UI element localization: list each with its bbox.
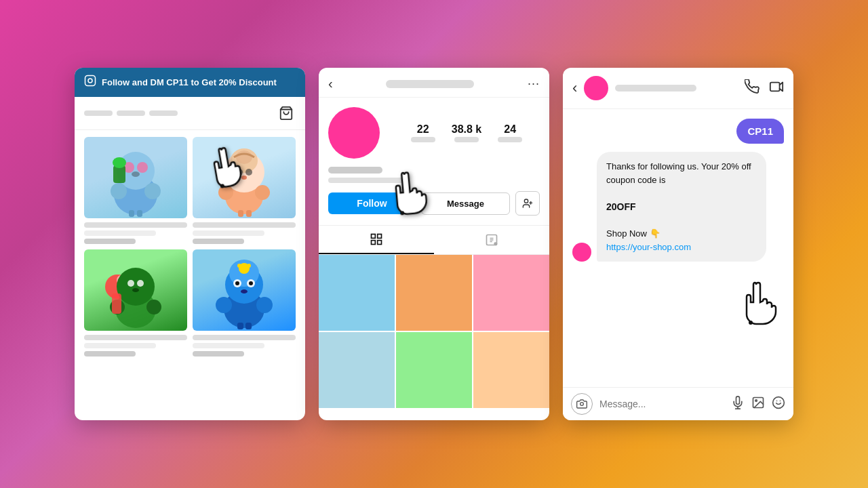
item-price-2: [193, 239, 244, 244]
item-price-3: [84, 351, 136, 357]
following-stat: 24: [498, 123, 522, 142]
svg-point-42: [235, 281, 239, 285]
svg-rect-57: [378, 235, 382, 239]
svg-rect-59: [378, 241, 382, 245]
profile-bio: [328, 178, 410, 183]
chat-messages: CP11 Thanks for following us. Your 20% o…: [563, 109, 793, 420]
posts-count: 22: [417, 123, 429, 136]
profile-top: 22 38.8 k 24: [328, 107, 540, 159]
received-message-text: Thanks for following us. Your 20% off co…: [606, 161, 751, 185]
profile-header: ‹ ···: [319, 68, 549, 98]
item-label-short-2: [193, 230, 264, 236]
shop-now-text: Shop Now 👇: [606, 228, 660, 239]
message-input[interactable]: [599, 399, 724, 409]
svg-point-20: [236, 169, 243, 176]
profile-stats: 22 38.8 k 24: [393, 123, 540, 142]
sent-message-bubble: CP11: [736, 119, 784, 144]
item-label-3: [84, 335, 187, 340]
svg-point-31: [127, 280, 134, 287]
cart-icon[interactable]: [277, 104, 296, 123]
story-bubble: [84, 110, 113, 116]
post-grid: [319, 255, 549, 408]
svg-rect-58: [372, 241, 376, 245]
tagged-tab[interactable]: [434, 226, 549, 254]
banner-text: Follow and DM CP11 to Get 20% Discount: [102, 77, 277, 87]
svg-point-69: [773, 397, 785, 409]
add-friend-button[interactable]: [515, 191, 540, 216]
item-label-1: [84, 222, 187, 228]
svg-point-1: [88, 79, 92, 83]
message-button[interactable]: Message: [421, 192, 510, 215]
grid-tab[interactable]: [319, 226, 434, 254]
svg-point-23: [218, 185, 233, 200]
stories-row: [84, 110, 178, 116]
svg-point-8: [137, 162, 148, 173]
profile-tabs: [319, 225, 549, 255]
received-message-row: Thanks for following us. Your 20% off co…: [572, 152, 784, 262]
image-icon[interactable]: [751, 396, 765, 412]
chat-header: ‹: [563, 68, 793, 109]
post-cell-1: [319, 255, 395, 331]
item-price-1: [84, 239, 136, 244]
svg-point-43: [249, 281, 253, 285]
svg-point-64: [580, 403, 584, 406]
svg-rect-62: [770, 83, 780, 92]
back-arrow-icon[interactable]: ‹: [328, 76, 333, 92]
follow-button[interactable]: Follow: [328, 192, 416, 214]
followers-stat: 38.8 k: [452, 123, 481, 142]
received-message-bubble: Thanks for following us. Your 20% off co…: [597, 152, 766, 262]
grid-item-2: [193, 137, 296, 244]
message-label: Message: [447, 199, 484, 209]
story-bubble: [117, 110, 145, 116]
svg-point-63: [749, 321, 753, 325]
svg-point-24: [255, 185, 270, 200]
svg-point-10: [111, 183, 127, 199]
chat-contact-name: [615, 85, 696, 92]
emoji-icon[interactable]: [772, 396, 785, 412]
post-cell-5: [396, 332, 472, 408]
cursor-hand-3-container: [572, 277, 784, 327]
phone-call-icon[interactable]: [745, 79, 760, 97]
posts-label: [411, 137, 435, 142]
svg-point-50: [237, 264, 241, 268]
svg-point-9: [132, 171, 140, 177]
svg-rect-0: [85, 76, 96, 86]
chat-back-icon[interactable]: ‹: [572, 79, 577, 97]
svg-point-45: [216, 297, 232, 313]
post-cell-6: [473, 332, 549, 408]
svg-point-21: [245, 169, 252, 176]
coupon-code: 20OFF: [606, 201, 636, 212]
post-cell-2: [396, 255, 472, 331]
item-label-short-4: [193, 343, 264, 348]
svg-point-22: [241, 176, 247, 180]
shop-link[interactable]: https://your-shop.com: [606, 242, 691, 252]
received-avatar: [572, 243, 591, 262]
phone-feed: Follow and DM CP11 to Get 20% Discount: [75, 68, 305, 420]
camera-button[interactable]: [571, 393, 593, 415]
profile-section: 22 38.8 k 24 Follow Message: [319, 98, 549, 225]
video-call-icon[interactable]: [769, 79, 784, 97]
follow-row: Follow Message: [328, 191, 540, 216]
svg-rect-47: [237, 323, 243, 329]
sent-message-text: CP11: [747, 125, 773, 137]
svg-rect-48: [245, 323, 252, 329]
svg-point-44: [241, 289, 248, 293]
followers-label: [454, 137, 479, 142]
svg-rect-56: [372, 235, 376, 239]
following-count: 24: [504, 123, 516, 136]
item-label-short-3: [84, 343, 156, 348]
posts-stat: 22: [411, 123, 435, 142]
svg-rect-26: [246, 210, 252, 217]
item-label-short-1: [84, 230, 156, 236]
svg-point-51: [247, 264, 251, 268]
svg-point-11: [144, 183, 161, 199]
followers-count: 38.8 k: [452, 123, 481, 136]
instagram-icon: [84, 75, 96, 90]
story-bubble: [149, 110, 178, 116]
svg-point-33: [132, 288, 139, 292]
username-bar: [386, 80, 474, 88]
feed-header: [75, 97, 305, 130]
product-grid: [75, 130, 305, 363]
mic-icon[interactable]: [731, 396, 745, 412]
more-options-icon[interactable]: ···: [528, 77, 540, 91]
